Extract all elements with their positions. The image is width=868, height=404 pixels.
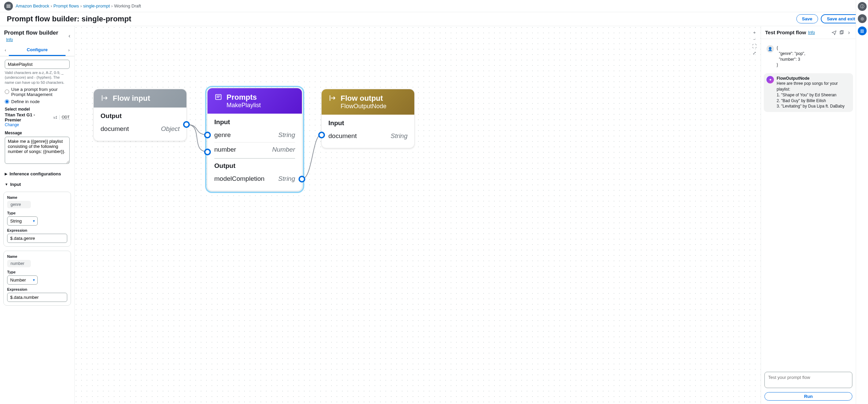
chevron-icon: › [111,3,113,8]
node-type: Flow input [113,94,150,103]
breadcrumb-current: Working Draft [114,3,141,8]
zoom-out-icon[interactable]: － [751,36,757,42]
node-name: FlowOutputNode [341,103,386,110]
input-expr-input[interactable] [7,234,67,243]
port-type: String [391,132,408,140]
main-area: Prompt flow builder Info ‹ ‹ Configure ›… [0,26,856,404]
bot-message-body: Here are three pop songs for your playli… [777,81,850,109]
edge-layer [75,26,761,404]
panel-icon[interactable]: ▥ [858,26,867,35]
input-label: Input [214,118,295,126]
test-panel: Test Prompt flow Info › 👤 { "genre": "po… [761,26,856,404]
input-port[interactable] [318,132,325,138]
input-name-label: Name [7,195,67,199]
radio-define[interactable]: Define in node [5,99,70,104]
left-panel-info[interactable]: Info [6,37,13,42]
user-message: 👤 { "genre": "pop", "number": 3 } [764,42,853,71]
hamburger-icon [6,4,11,8]
node-flow-input[interactable]: Flow input Output document Object [93,89,187,141]
input-name-value: number [7,260,31,267]
target-icon[interactable]: ◎ [858,14,867,23]
tab-configure[interactable]: Configure [9,44,66,56]
output-port[interactable] [183,121,190,128]
save-exit-button[interactable]: Save and exit [821,14,861,23]
user-avatar-icon: 👤 [766,45,774,53]
test-panel-info[interactable]: Info [808,30,815,35]
node-prompts[interactable]: Prompts MakePlaylist Input genre String … [207,88,302,191]
tab-strip: ‹ Configure › [0,44,74,56]
radio-use-pm[interactable]: Use a prompt from your Prompt Management [5,87,70,97]
breadcrumb: Amazon Bedrock › Prompt flows › single-p… [16,3,141,8]
fit-icon[interactable]: ⤢ [751,50,757,56]
output-port[interactable] [299,176,305,182]
port-type: String [278,131,295,139]
info-icon[interactable]: ⓘ [858,2,867,11]
port-name: document [101,125,129,133]
radio-use-pm-input[interactable] [5,90,9,94]
message-label: Message [5,131,70,135]
input-port-genre[interactable] [204,132,211,138]
input-section-label: Input [10,182,21,187]
input-type-select[interactable]: Number [7,275,38,285]
port-name: modelCompletion [214,175,265,182]
input-name-label: Name [7,254,67,258]
breadcrumb-flows[interactable]: Prompt flows [53,3,79,8]
breadcrumb-single[interactable]: single-prompt [83,3,110,8]
fullscreen-icon[interactable]: ⛶ [751,43,757,49]
input-type-label: Type [7,270,67,274]
test-input[interactable] [764,372,852,388]
menu-button[interactable] [4,2,13,11]
flow-input-icon [101,94,109,102]
inference-config-toggle[interactable]: ▶ Inference configurations [0,169,74,179]
utility-rail: ⓘ ◎ ▥ [856,0,868,404]
change-model-link[interactable]: Change [5,122,70,127]
node-name-input[interactable] [5,60,70,69]
output-label: Output [214,162,295,170]
bot-message-title: FlowOutputNode [777,76,850,81]
chevron-icon: › [80,3,82,8]
canvas-tools: ＋ － ⛶ ⤢ [751,30,757,56]
collapse-left-icon[interactable]: ‹ [69,33,70,39]
odt-badge: ODT [62,115,70,119]
prompts-icon [214,93,222,101]
radio-define-label: Define in node [11,99,40,104]
input-expr-input[interactable] [7,293,67,302]
model-version: v1 [53,115,57,119]
input-section-toggle[interactable]: ▼ Input [0,179,74,190]
node-type: Prompts [227,93,261,102]
tab-next-icon[interactable]: › [66,48,72,53]
left-panel: Prompt flow builder Info ‹ ‹ Configure ›… [0,26,75,404]
node-flow-output[interactable]: Flow output FlowOutputNode Input documen… [321,89,415,148]
page-header: Prompt flow builder: single-prompt Save … [0,12,868,27]
chat-area: 👤 { "genre": "pop", "number": 3 } ✦ Flow… [761,39,856,368]
tab-prev-icon[interactable]: ‹ [2,48,9,53]
zoom-in-icon[interactable]: ＋ [751,30,757,36]
flow-canvas[interactable]: ＋ － ⛶ ⤢ Flow input Output document Obje [75,26,761,404]
port-name: number [214,146,236,153]
left-panel-title: Prompt flow builder [4,30,58,36]
run-button[interactable]: Run [764,392,852,401]
inference-config-label: Inference configurations [10,171,61,176]
select-model-label: Select model [5,107,70,112]
node-name: MakePlaylist [227,102,261,109]
radio-define-input[interactable] [5,99,9,104]
breadcrumb-bedrock[interactable]: Amazon Bedrock [16,3,49,8]
model-name: Titan Text G1 - Premier [5,112,51,122]
message-textarea[interactable] [5,137,70,164]
input-type-select[interactable]: String [7,216,38,226]
input-card: Name genre Type String Expression [3,192,71,247]
port-name: document [328,132,357,140]
save-button[interactable]: Save [796,14,818,23]
input-expr-label: Expression [7,228,67,232]
port-type: String [278,175,295,182]
input-port-number[interactable] [204,149,211,155]
user-message-body: { "genre": "pop", "number": 3 } [777,45,805,68]
input-label: Input [328,119,408,127]
flow-output-icon [328,94,337,102]
send-icon[interactable] [831,30,837,35]
copy-icon[interactable] [839,30,844,35]
radio-use-pm-label: Use a prompt from your Prompt Management [11,87,70,97]
expand-icon[interactable]: › [846,30,852,35]
chevron-icon: › [51,3,52,8]
output-label: Output [101,112,180,120]
